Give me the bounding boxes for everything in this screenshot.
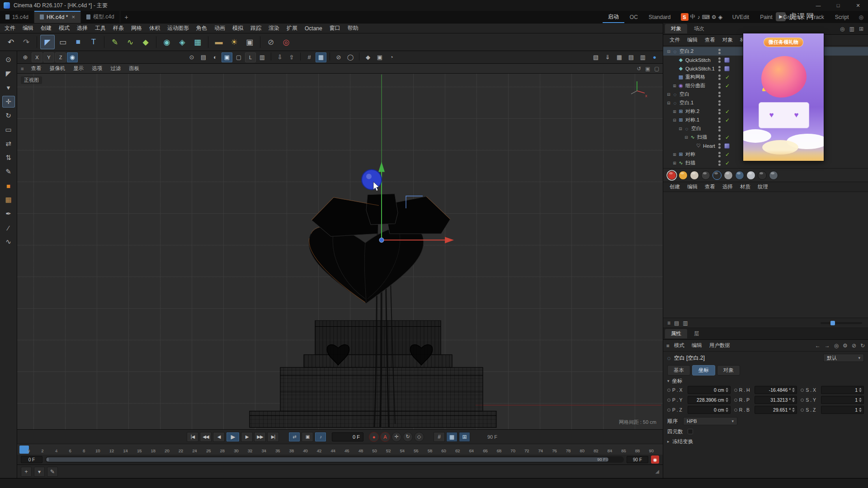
interface-color-icon[interactable]: ● (649, 52, 660, 62)
tag-icon[interactable] (724, 66, 730, 71)
viewport-menu-item[interactable]: 显示 (70, 65, 87, 72)
camera-button[interactable]: ▣ (242, 35, 257, 49)
key-scale-toggle[interactable]: ◇ (414, 432, 424, 442)
visibility-dots[interactable] (718, 66, 721, 71)
record-keyframe-button[interactable]: ● (369, 432, 379, 442)
workspace-tab[interactable]: Groom (778, 11, 806, 23)
vp-refresh-icon[interactable]: ↺ (637, 66, 642, 72)
tag-icon[interactable] (724, 57, 730, 63)
material-gray[interactable] (724, 171, 733, 180)
menu-item[interactable]: 扩展 (283, 24, 301, 32)
material-menu-item[interactable]: 创建 (666, 183, 683, 190)
menu-item[interactable]: 网格 (127, 24, 146, 32)
material-menu-item[interactable]: 查看 (702, 183, 718, 190)
viewport-menu-item[interactable]: 面板 (125, 65, 143, 72)
scene-canvas[interactable] (17, 74, 663, 429)
list-view-icon[interactable]: ≡ (667, 320, 670, 326)
grid-snap-button[interactable]: ▦ (316, 52, 326, 62)
key-down-button[interactable]: ⇩ (274, 52, 285, 62)
material-beige[interactable] (690, 171, 699, 180)
workspace-tab[interactable]: UVEdit (727, 11, 755, 23)
viewport-menu-item[interactable]: 选项 (88, 65, 106, 72)
spinner-icon[interactable] (726, 388, 728, 392)
gizmo-y-arrow[interactable] (378, 162, 385, 172)
search-icon[interactable]: ◎ (834, 343, 839, 349)
rotate-tool[interactable]: ↻ (2, 110, 15, 122)
coordinates-group-header[interactable]: ▾ 坐标 (663, 376, 868, 386)
rotation-order-dropdown[interactable]: HPB ▾ (683, 417, 737, 425)
document-tab[interactable]: HK.c4d * × (34, 11, 81, 23)
material-charcoal[interactable] (758, 171, 767, 180)
rotation-input[interactable]: -16.4846 ° (755, 386, 797, 394)
range-end-field[interactable]: 90 F (627, 456, 648, 463)
magnet-snap-toggle[interactable]: ▦ (446, 432, 458, 442)
grid-snap-toggle[interactable]: ⊞ (459, 432, 470, 442)
box-display-button[interactable]: ▢ (233, 52, 244, 62)
visibility-dots[interactable] (718, 143, 721, 149)
normals-on-button[interactable]: ◯ (345, 52, 356, 62)
pan-tool[interactable]: ⇄ (2, 138, 15, 150)
visibility-dots[interactable] (718, 160, 721, 166)
range-bar[interactable] (46, 457, 609, 462)
layout-tab[interactable]: 启动 (603, 11, 624, 23)
minimize-button[interactable]: — (808, 0, 828, 11)
menu-item[interactable]: 工具 (91, 24, 109, 32)
toolbar2-button[interactable] (330, 52, 330, 61)
gouraud-shading-button[interactable]: ▣ (222, 52, 232, 62)
lock-x-button[interactable]: X (32, 52, 42, 62)
safe-frame-button[interactable]: ◔ (386, 52, 397, 62)
region-tool[interactable]: ▭ (2, 124, 15, 136)
attribute-menu-item[interactable]: 编辑 (689, 342, 705, 349)
autokey-button[interactable]: A (380, 432, 390, 442)
magnify-tool[interactable]: ⊙ (2, 54, 15, 66)
layout-tab[interactable]: Standard (643, 11, 676, 23)
undo-button[interactable]: ↶ (4, 35, 18, 49)
current-frame-field[interactable]: 0 F (332, 432, 363, 441)
gizmo-center[interactable] (379, 238, 384, 242)
spinner-icon[interactable] (792, 398, 795, 402)
axis-band-button[interactable]: L (245, 52, 256, 62)
target-mode-button[interactable]: ⊙ (186, 52, 197, 62)
tab-close-icon[interactable]: × (71, 14, 75, 20)
layout-tiles-icon[interactable]: ▦ (614, 52, 625, 62)
material-list-area[interactable] (663, 192, 868, 318)
frame-selection-button[interactable]: ▭ (56, 35, 70, 49)
spline-smooth-tool[interactable]: ∿ (2, 236, 15, 248)
scale-input[interactable]: 1 (821, 396, 864, 404)
key-position-toggle[interactable]: ✛ (392, 432, 401, 442)
menu-item[interactable]: 模拟 (229, 24, 247, 32)
position-input[interactable]: 0 cm (688, 386, 731, 394)
manager-tab[interactable]: 场次 (688, 24, 710, 33)
toolbar2-button[interactable] (359, 52, 359, 61)
scale-slider[interactable] (821, 322, 862, 324)
floor-button[interactable]: ▬ (212, 35, 226, 49)
brush-disable-button[interactable]: ⊘ (264, 35, 278, 49)
quaternion-checkbox[interactable] (688, 429, 693, 434)
toolbar2-button[interactable] (300, 52, 301, 61)
axis-center-button[interactable]: ◎ (279, 35, 293, 49)
grid-view-icon[interactable]: ▤ (674, 320, 679, 326)
scale-input[interactable]: 1 (821, 406, 864, 414)
key-up-button[interactable]: ⇧ (286, 52, 297, 62)
visibility-dots[interactable] (718, 152, 721, 157)
close-button[interactable]: ✕ (848, 0, 868, 11)
visibility-dots[interactable] (718, 92, 721, 97)
material-sun[interactable] (679, 171, 688, 180)
manager-tab[interactable]: 对象 (665, 24, 687, 33)
toolbar-button[interactable] (156, 36, 156, 48)
expander-icon[interactable]: ⊞ (672, 161, 677, 165)
toolbar-button[interactable] (260, 36, 260, 48)
expander-icon[interactable]: ⊞ (672, 109, 677, 114)
section-tab[interactable]: 基本 (667, 365, 690, 375)
keyframe-dot-icon[interactable] (801, 408, 804, 412)
filter-icon[interactable]: ▥ (849, 26, 854, 32)
visibility-dots[interactable] (718, 109, 721, 114)
visibility-dots[interactable] (718, 135, 721, 140)
enabled-check-icon[interactable]: ✓ (724, 134, 731, 141)
keyframe-dot-icon[interactable] (667, 389, 670, 392)
quad-view-button[interactable]: ▥ (257, 52, 268, 62)
expander-icon[interactable]: ⊟ (666, 92, 671, 97)
menu-item[interactable]: 角色 (193, 24, 211, 32)
visibility-dots[interactable] (718, 83, 721, 89)
menu-item[interactable]: 文件 (1, 24, 19, 32)
